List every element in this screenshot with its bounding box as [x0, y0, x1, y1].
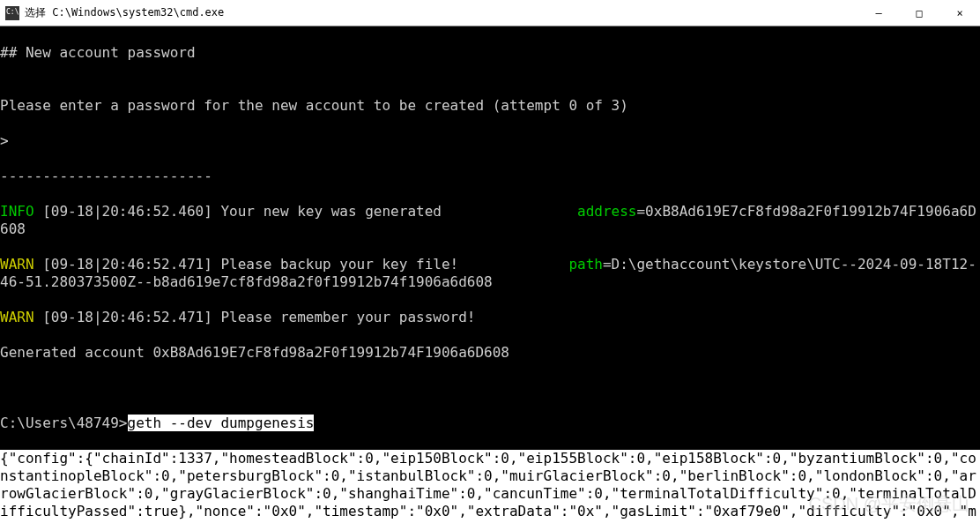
blank-line	[0, 379, 980, 397]
command-line: C:\Users\48749>geth --dev dumpgenesis	[0, 415, 980, 432]
typed-command: geth --dev dumpgenesis	[128, 415, 315, 431]
minimize-button[interactable]: —	[858, 0, 899, 26]
output-line: ## New account password	[0, 44, 980, 62]
terminal-output[interactable]: ## New account password Please enter a p…	[0, 26, 980, 523]
output-line: >	[0, 132, 980, 150]
log-level-warn: WARN	[0, 309, 42, 325]
field-label-path: path	[568, 256, 603, 273]
log-level-warn: WARN	[0, 256, 42, 273]
log-info-line: INFO [09-18|20:46:52.460] Your new key w…	[0, 203, 980, 238]
log-text: [09-18|20:46:52.471] Please backup your …	[42, 256, 568, 273]
log-level-info: INFO	[0, 203, 42, 220]
log-text: [09-18|20:46:52.471] Please remember you…	[42, 309, 475, 325]
maximize-button[interactable]: □	[899, 0, 939, 26]
cmd-icon	[5, 6, 19, 20]
json-output: {"config":{"chainId":1337,"homesteadBloc…	[0, 450, 980, 523]
window-controls: — □ ×	[858, 0, 980, 26]
prompt: C:\Users\48749>	[0, 415, 128, 431]
window-titlebar: 选择 C:\Windows\system32\cmd.exe — □ ×	[0, 0, 980, 26]
log-warn-line: WARN [09-18|20:46:52.471] Please remembe…	[0, 309, 980, 326]
output-line: Please enter a password for the new acco…	[0, 97, 980, 115]
output-line: Generated account 0xB8Ad619E7cF8fd98a2F0…	[0, 344, 980, 362]
output-line: -------------------------	[0, 168, 980, 185]
field-label-address: address	[577, 203, 636, 220]
close-button[interactable]: ×	[939, 0, 980, 26]
log-text: [09-18|20:46:52.460] Your new key was ge…	[42, 203, 577, 220]
log-warn-line: WARN [09-18|20:46:52.471] Please backup …	[0, 256, 980, 291]
window-title: 选择 C:\Windows\system32\cmd.exe	[25, 5, 858, 20]
